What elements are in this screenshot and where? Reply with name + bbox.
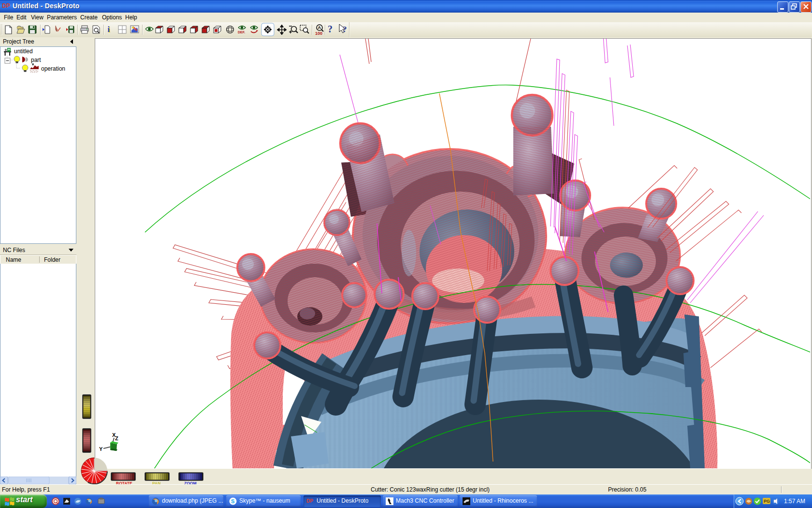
svg-text:i: i: [108, 25, 110, 33]
svg-text:DEF.: DEF.: [238, 30, 245, 34]
svg-text:Y: Y: [99, 446, 103, 452]
svg-text:?: ?: [343, 25, 347, 34]
svg-text:?: ?: [328, 24, 333, 34]
svg-text:S: S: [231, 498, 234, 504]
svg-text:operation: operation: [41, 65, 65, 72]
svg-text:part: part: [31, 57, 41, 63]
svg-text:100: 100: [315, 31, 322, 36]
svg-text:Z: Z: [115, 435, 118, 441]
svg-text:A: A: [318, 25, 321, 30]
svg-text:PG: PG: [764, 499, 770, 504]
svg-text:untitled: untitled: [14, 48, 33, 55]
